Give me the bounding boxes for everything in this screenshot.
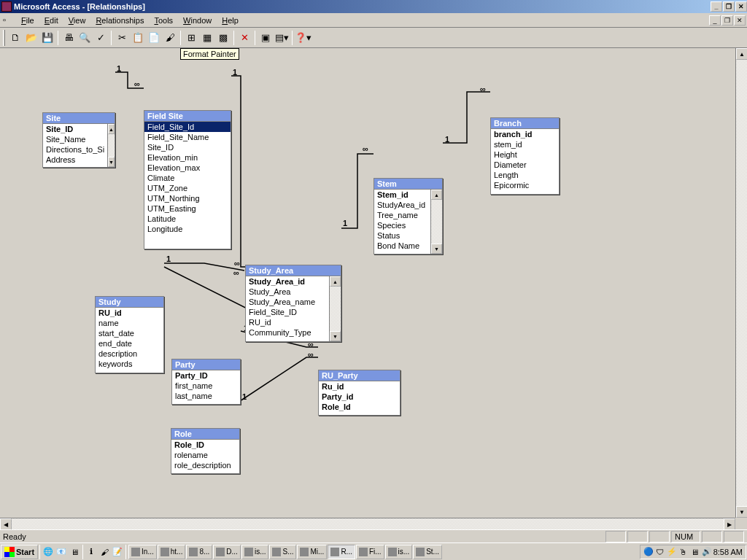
- show-table-icon[interactable]: ⊞: [183, 30, 199, 46]
- table-study[interactable]: StudyRU_idnamestart_dateend_datedescript…: [95, 296, 164, 373]
- table-scrollbar[interactable]: ▲▼: [329, 276, 341, 341]
- table-branch[interactable]: Branchbranch_idstem_idHeightDiameterLeng…: [490, 117, 560, 195]
- scroll-up-icon[interactable]: ▲: [736, 48, 747, 60]
- table-field[interactable]: Length: [491, 170, 559, 180]
- preview-icon[interactable]: 🔍: [77, 30, 93, 46]
- vertical-scrollbar[interactable]: ▲ ▼: [735, 48, 747, 518]
- table-title[interactable]: Role: [171, 429, 239, 440]
- table-field[interactable]: Field_Site_ID: [246, 307, 329, 317]
- scroll-down-icon[interactable]: ▼: [736, 506, 747, 518]
- table-title[interactable]: RU_Party: [319, 370, 400, 381]
- table-field[interactable]: keywords: [96, 359, 163, 369]
- table-field[interactable]: UTM_Zone: [144, 183, 231, 193]
- table-field[interactable]: role_description: [171, 460, 239, 470]
- table-field[interactable]: Climate: [144, 173, 231, 183]
- save-icon[interactable]: 💾: [39, 30, 55, 46]
- taskbar-button[interactable]: Mi...: [297, 545, 327, 559]
- table-site[interactable]: SiteSite_IDSite_NameDirections_to_SiAddr…: [42, 112, 115, 168]
- table-field[interactable]: StudyArea_id: [374, 200, 430, 210]
- table-field[interactable]: Directions_to_Si: [43, 144, 107, 155]
- table-field[interactable]: Community_Type: [246, 327, 329, 338]
- spelling-icon[interactable]: ✓: [93, 30, 109, 46]
- table-scrollbar[interactable]: ▲▼: [107, 124, 115, 167]
- table-field[interactable]: UTM_Northing: [144, 193, 231, 203]
- table-field[interactable]: Party_id: [319, 392, 400, 402]
- taskbar-button[interactable]: ht...: [158, 545, 186, 559]
- table-field[interactable]: Site_ID: [43, 124, 107, 134]
- taskbar-button[interactable]: D...: [213, 545, 241, 559]
- print-icon[interactable]: 🖶: [61, 30, 77, 46]
- table-field[interactable]: rolename: [171, 450, 239, 460]
- minimize-button[interactable]: _: [711, 1, 722, 12]
- table-field[interactable]: Field_Site_Id: [144, 122, 231, 132]
- table-field[interactable]: Bond Name: [374, 241, 430, 251]
- table-field[interactable]: Party_ID: [172, 370, 240, 381]
- close-button[interactable]: ✕: [735, 1, 747, 12]
- table-field[interactable]: UTM_Easting: [144, 203, 231, 214]
- table-field[interactable]: Species: [374, 220, 430, 230]
- table-field[interactable]: Study_Area_name: [246, 297, 329, 307]
- table-field[interactable]: start_date: [96, 328, 163, 338]
- taskbar-button[interactable]: 8...: [186, 545, 212, 559]
- menu-tools[interactable]: Tools: [149, 15, 178, 26]
- menu-edit[interactable]: Edit: [39, 15, 63, 26]
- taskbar-button[interactable]: is...: [241, 545, 269, 559]
- table-field[interactable]: end_date: [96, 338, 163, 349]
- start-button[interactable]: Start: [1, 545, 38, 559]
- table-field[interactable]: Site_ID: [144, 142, 231, 152]
- taskbar-button[interactable]: St...: [413, 545, 442, 559]
- table-field[interactable]: name: [96, 318, 163, 328]
- quicklaunch-icon[interactable]: ℹ: [85, 545, 98, 559]
- tray-icon[interactable]: ⚡: [667, 547, 677, 557]
- table-field[interactable]: Role_ID: [171, 440, 239, 450]
- table-field[interactable]: RU_id: [246, 317, 329, 327]
- taskbar-button[interactable]: S...: [269, 545, 296, 559]
- tray-icon[interactable]: 🔵: [643, 547, 654, 557]
- menu-view[interactable]: View: [63, 15, 91, 26]
- format-painter-icon[interactable]: 🖌: [162, 30, 178, 46]
- table-title[interactable]: Study_Area: [246, 265, 341, 276]
- table-field[interactable]: stem_id: [491, 139, 559, 149]
- quicklaunch-icon[interactable]: 📧: [55, 545, 68, 559]
- quicklaunch-icon[interactable]: 📝: [111, 545, 124, 559]
- menu-help[interactable]: Help: [217, 15, 244, 26]
- table-stem[interactable]: StemStem_idStudyArea_idTree_nameSpeciesS…: [374, 178, 443, 254]
- table-party[interactable]: PartyParty_IDfirst_namelast_name: [171, 359, 241, 405]
- new-object-icon[interactable]: ▤▾: [274, 30, 290, 46]
- table-field[interactable]: description: [96, 349, 163, 359]
- table-field[interactable]: Stem_id: [374, 190, 430, 200]
- taskbar-button[interactable]: Fi...: [356, 545, 384, 559]
- table-field[interactable]: branch_id: [491, 129, 559, 139]
- table-field[interactable]: Role_Id: [319, 402, 400, 412]
- table-studyarea[interactable]: Study_AreaStudy_Area_idStudy_AreaStudy_A…: [245, 265, 341, 342]
- tray-icon[interactable]: 🛡: [655, 547, 665, 557]
- paste-icon[interactable]: 📄: [146, 30, 162, 46]
- open-icon[interactable]: 📂: [23, 30, 39, 46]
- cut-icon[interactable]: ✂: [114, 30, 130, 46]
- taskbar-button[interactable]: In...: [128, 545, 157, 559]
- scroll-right-icon[interactable]: ▶: [724, 518, 735, 529]
- table-field[interactable]: Longitude: [144, 224, 231, 234]
- help-icon[interactable]: ❓▾: [295, 30, 311, 46]
- menu-window[interactable]: Window: [178, 15, 217, 26]
- database-window-icon[interactable]: ▣: [258, 30, 274, 46]
- table-title[interactable]: Field Site: [144, 111, 231, 122]
- table-field[interactable]: Height: [491, 149, 559, 160]
- table-field[interactable]: Study_Area_id: [246, 276, 329, 287]
- table-field[interactable]: Ru_id: [319, 381, 400, 392]
- table-fieldsite[interactable]: Field SiteField_Site_IdField_Site_NameSi…: [144, 110, 231, 249]
- table-field[interactable]: Tree_name: [374, 210, 430, 220]
- copy-icon[interactable]: 📋: [130, 30, 146, 46]
- table-field[interactable]: first_name: [172, 381, 240, 391]
- table-field[interactable]: Latitude: [144, 214, 231, 224]
- mdi-close-button[interactable]: ✕: [734, 15, 746, 26]
- quicklaunch-icon[interactable]: 🖥: [68, 545, 81, 559]
- table-title[interactable]: Site: [43, 113, 115, 124]
- scroll-left-icon[interactable]: ◀: [0, 518, 12, 529]
- restore-button[interactable]: ❐: [723, 1, 735, 12]
- clear-layout-icon[interactable]: ✕: [236, 30, 252, 46]
- table-field[interactable]: Diameter: [491, 160, 559, 170]
- relationships-canvas[interactable]: 1 ∞ 1 ∞ 1 ∞ 1 ∞ 1 ∞ ∞ 1 ∞ 1 ∞ SiteSite_I…: [0, 48, 735, 518]
- menu-relationships[interactable]: Relationships: [90, 15, 149, 26]
- taskbar-button[interactable]: is...: [385, 545, 413, 559]
